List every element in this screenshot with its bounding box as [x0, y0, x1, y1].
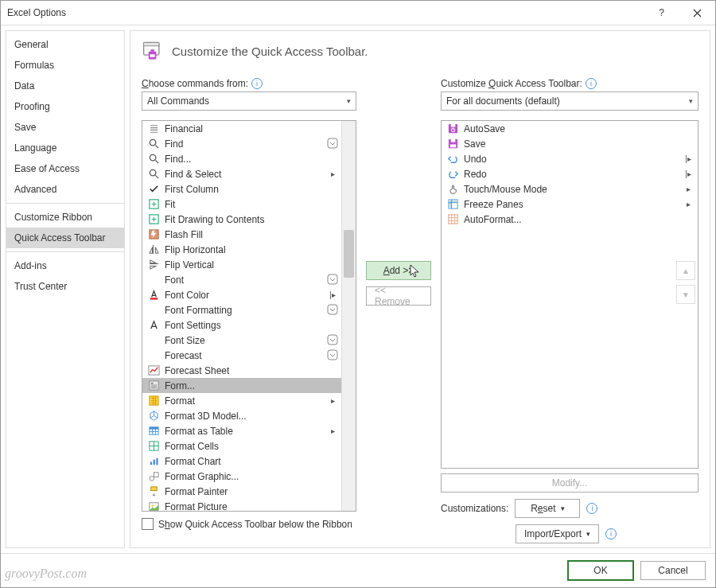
list-item[interactable]: Redo|▸: [442, 166, 698, 181]
submenu-indicator: |▸: [682, 154, 695, 163]
svg-rect-4: [150, 54, 155, 57]
ok-button[interactable]: OK: [567, 560, 634, 581]
sidebar-item-advanced[interactable]: Advanced: [6, 179, 124, 200]
sidebar-item-formulas[interactable]: Formulas: [6, 55, 124, 76]
sidebar-item-save[interactable]: Save: [6, 117, 124, 138]
list-item[interactable]: AutoFormat...: [442, 212, 698, 227]
list-item-label: Font Color: [165, 290, 321, 301]
list-item[interactable]: AutoSave: [442, 121, 698, 136]
checkbox-icon: [142, 518, 154, 530]
list-item[interactable]: Find: [142, 136, 342, 151]
current-qat-list[interactable]: AutoSaveSaveUndo|▸Redo|▸Touch/Mouse Mode…: [441, 120, 698, 469]
list-item-label: Format Graphic...: [165, 471, 321, 482]
reset-button[interactable]: Reset: [515, 499, 580, 518]
list-item[interactable]: Format as Table▸: [142, 423, 342, 438]
autosave-icon: [446, 123, 459, 135]
list-item-label: First Column: [165, 184, 321, 195]
show-below-ribbon-checkbox[interactable]: Show Quick Access Toolbar below the Ribb…: [142, 518, 356, 530]
sidebar-item-ease-of-access[interactable]: Ease of Access: [6, 158, 124, 179]
sidebar-item-proofing[interactable]: Proofing: [6, 96, 124, 117]
list-item[interactable]: Font Size: [142, 333, 342, 348]
sidebar-item-language[interactable]: Language: [6, 138, 124, 158]
sidebar-item-trust-center[interactable]: Trust Center: [6, 276, 124, 297]
svg-point-7: [150, 154, 156, 161]
list-item-label: Format as Table: [165, 426, 321, 437]
list-item[interactable]: Font Settings: [142, 317, 342, 333]
submenu-indicator: ▸: [326, 396, 339, 405]
list-item[interactable]: Forecast Sheet: [142, 363, 342, 378]
list-item[interactable]: Form...: [142, 378, 342, 393]
list-item-label: Fit Drawing to Contents: [165, 214, 321, 225]
forecast-icon: [147, 364, 160, 377]
check-icon: [147, 183, 160, 196]
cancel-button[interactable]: Cancel: [640, 561, 706, 580]
list-item[interactable]: Font: [142, 272, 342, 287]
sidebar-item-quick-access-toolbar[interactable]: Quick Access Toolbar: [6, 228, 124, 248]
choose-commands-value: All Commands: [147, 95, 209, 107]
svg-rect-28: [153, 460, 154, 465]
customize-qat-combo[interactable]: For all documents (default) ▾: [441, 92, 698, 111]
list-item[interactable]: Fit Drawing to Contents: [142, 212, 342, 227]
content-pane: Customize the Quick Access Toolbar. Choo…: [130, 30, 710, 548]
info-icon[interactable]: i: [605, 528, 617, 539]
info-icon[interactable]: i: [586, 78, 597, 89]
list-item[interactable]: Find...: [142, 151, 342, 166]
list-item[interactable]: Flip Horizontal: [142, 242, 342, 257]
add-button[interactable]: Add >>: [366, 261, 431, 280]
list-item-label: Font Settings: [165, 320, 321, 331]
list-item[interactable]: Find & Select▸: [142, 166, 342, 181]
autoformat-icon: [446, 213, 459, 226]
list-item[interactable]: Undo|▸: [442, 151, 698, 166]
list-item[interactable]: Forecast: [142, 348, 342, 363]
list-item[interactable]: Financial: [142, 121, 342, 136]
svg-point-5: [150, 139, 156, 146]
submenu-indicator: ▸: [326, 169, 339, 178]
list-item[interactable]: Flip Vertical: [142, 257, 342, 272]
info-icon[interactable]: i: [586, 503, 597, 514]
list-item[interactable]: Format Graphic...: [142, 469, 342, 484]
remove-button[interactable]: << Remove: [366, 286, 431, 306]
submenu-indicator: ▸: [682, 200, 695, 208]
help-button[interactable]: ?: [644, 1, 679, 25]
submenu-indicator: ▸: [326, 426, 339, 435]
svg-point-8: [150, 169, 156, 176]
list-item[interactable]: Format Picture: [142, 499, 342, 511]
list-item[interactable]: Format 3D Model...: [142, 408, 342, 423]
list-item[interactable]: Fit: [142, 197, 342, 212]
list-item[interactable]: Format Chart: [142, 454, 342, 469]
sidebar-item-add-ins[interactable]: Add-ins: [6, 255, 124, 276]
modify-button[interactable]: Modify...: [441, 473, 698, 493]
list-item-label: Format: [165, 395, 321, 407]
list-item[interactable]: Touch/Mouse Mode▸: [442, 181, 698, 197]
info-icon[interactable]: i: [251, 78, 263, 89]
list-item[interactable]: Font Color|▸: [142, 287, 342, 302]
choose-commands-combo[interactable]: All Commands ▾: [142, 92, 356, 111]
list-item[interactable]: Font Formatting: [142, 302, 342, 317]
format-icon: [147, 395, 160, 407]
list-item-label: Form...: [165, 380, 321, 391]
move-down-button[interactable]: ▼: [676, 285, 695, 304]
customizations-label: Customizations:: [441, 503, 508, 514]
list-item[interactable]: Format▸: [142, 393, 342, 408]
scrollbar-thumb[interactable]: [344, 230, 354, 278]
import-export-button[interactable]: Import/Export: [516, 524, 599, 543]
list-item[interactable]: Freeze Panes▸: [442, 197, 698, 212]
list-item[interactable]: Save: [442, 136, 698, 151]
sidebar-item-customize-ribbon[interactable]: Customize Ribbon: [6, 207, 124, 228]
sidebar-item-data[interactable]: Data: [6, 76, 124, 96]
form-icon: [147, 380, 160, 392]
list-item[interactable]: Format Painter: [142, 484, 342, 499]
submenu-indicator: [326, 304, 339, 317]
move-up-button[interactable]: ▲: [676, 261, 695, 280]
available-commands-list[interactable]: FinancialFindFind...Find & Select▸First …: [142, 120, 356, 512]
list-item[interactable]: First Column: [142, 181, 342, 197]
list-item[interactable]: Format Cells: [142, 438, 342, 454]
scrollbar[interactable]: [341, 121, 356, 511]
svg-rect-31: [154, 473, 158, 477]
sidebar-item-general[interactable]: General: [6, 34, 124, 55]
svg-rect-22: [150, 387, 157, 388]
list-item-label: Find & Select: [165, 169, 321, 180]
close-button[interactable]: [679, 1, 715, 25]
list-item-label: AutoFormat...: [464, 214, 677, 225]
list-item[interactable]: Flash Fill: [142, 227, 342, 242]
